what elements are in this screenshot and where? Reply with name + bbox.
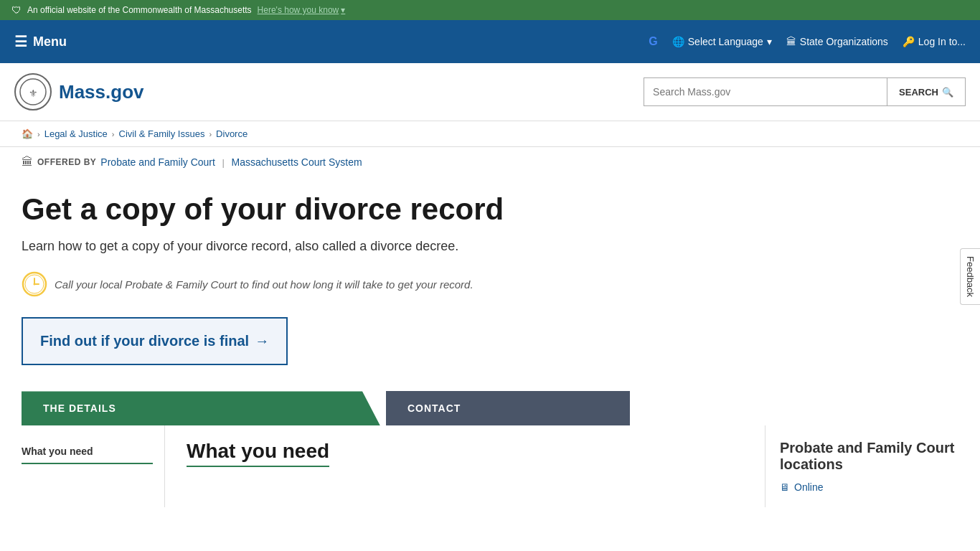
login-icon: 🔑 bbox=[903, 36, 915, 47]
time-notice: Call your local Probate & Family Court t… bbox=[22, 271, 958, 297]
building-icon: 🏛 bbox=[786, 36, 796, 47]
official-text: An official website of the Commonwealth … bbox=[27, 5, 252, 15]
search-input[interactable] bbox=[644, 77, 887, 106]
contact-panel: Probate and Family Court locations 🖥 Onl… bbox=[765, 425, 980, 507]
menu-button[interactable]: ☰ Menu bbox=[14, 33, 67, 50]
select-language-button[interactable]: 🌐 Select Language ▾ bbox=[672, 36, 772, 47]
state-organizations-button[interactable]: 🏛 State Organizations bbox=[786, 36, 888, 47]
offered-by-bar: 🏛 OFFERED BY Probate and Family Court | … bbox=[0, 147, 980, 177]
search-btn-label: SEARCH bbox=[899, 87, 938, 98]
building-sm-icon: 🏛 bbox=[22, 156, 33, 169]
breadcrumb-civil-family[interactable]: Civil & Family Issues bbox=[119, 128, 205, 139]
mass-court-system-link[interactable]: Massachusetts Court System bbox=[232, 156, 362, 168]
probate-court-link[interactable]: Probate and Family Court bbox=[100, 156, 215, 168]
left-panel: What you need bbox=[22, 425, 165, 507]
right-panel: What you need bbox=[165, 425, 765, 507]
arrow-icon: → bbox=[255, 333, 269, 349]
svg-point-6 bbox=[34, 283, 36, 286]
cta-label: Find out if your divorce is final bbox=[40, 333, 249, 349]
breadcrumb-home[interactable]: 🏠 bbox=[22, 128, 33, 139]
time-notice-text: Call your local Probate & Family Court t… bbox=[55, 278, 473, 291]
org-links: Probate and Family Court | Massachusetts… bbox=[100, 156, 362, 168]
clock-icon bbox=[22, 271, 47, 297]
site-header: ⚜ Mass.gov SEARCH 🔍 bbox=[0, 63, 980, 121]
main-content: Get a copy of your divorce record Learn … bbox=[0, 177, 980, 391]
hamburger-icon: ☰ bbox=[14, 33, 27, 50]
breadcrumb: 🏠 › Legal & Justice › Civil & Family Iss… bbox=[0, 121, 980, 147]
contact-online-link[interactable]: 🖥 Online bbox=[780, 481, 966, 493]
cta-box[interactable]: Find out if your divorce is final → bbox=[22, 317, 288, 365]
computer-icon: 🖥 bbox=[780, 481, 790, 493]
tabs-row: THE DETAILS CONTACT bbox=[0, 391, 980, 425]
google-translate-icon[interactable]: G bbox=[649, 35, 657, 48]
globe-icon: 🌐 bbox=[672, 36, 684, 47]
shield-icon: 🛡 bbox=[11, 4, 22, 16]
cta-link[interactable]: Find out if your divorce is final → bbox=[40, 333, 269, 349]
left-nav-what-you-need[interactable]: What you need bbox=[22, 440, 153, 464]
site-logo-text[interactable]: Mass.gov bbox=[59, 81, 144, 103]
tab-details[interactable]: THE DETAILS bbox=[22, 391, 380, 425]
chevron-down-icon: ▾ bbox=[341, 5, 345, 15]
search-area: SEARCH 🔍 bbox=[644, 77, 966, 106]
org-separator: | bbox=[222, 157, 225, 168]
search-icon: 🔍 bbox=[942, 87, 953, 98]
svg-text:⚜: ⚜ bbox=[29, 88, 38, 99]
breadcrumb-legal-justice[interactable]: Legal & Justice bbox=[44, 128, 108, 139]
offered-by-label: OFFERED BY bbox=[37, 157, 96, 167]
breadcrumb-current: Divorce bbox=[216, 128, 248, 139]
chevron-down-icon: ▾ bbox=[767, 36, 772, 47]
home-icon: 🏠 bbox=[22, 128, 33, 139]
mass-seal-icon: ⚜ bbox=[14, 73, 52, 110]
nav-right: G 🌐 Select Language ▾ 🏛 State Organizati… bbox=[649, 35, 966, 48]
page-subtitle: Learn how to get a copy of your divorce … bbox=[22, 239, 958, 254]
contact-section-title: Probate and Family Court locations bbox=[780, 440, 966, 473]
heres-how-link[interactable]: Here's how you know ▾ bbox=[258, 5, 346, 15]
menu-label: Menu bbox=[33, 34, 67, 50]
content-grid: What you need What you need Probate and … bbox=[0, 425, 980, 507]
nav-bar: ☰ Menu G 🌐 Select Language ▾ 🏛 State Org… bbox=[0, 20, 980, 63]
login-button[interactable]: 🔑 Log In to... bbox=[903, 36, 966, 47]
logo-area: ⚜ Mass.gov bbox=[14, 73, 144, 110]
top-banner: 🛡 An official website of the Commonwealt… bbox=[0, 0, 980, 20]
tab-contact[interactable]: CONTACT bbox=[386, 391, 630, 425]
search-button[interactable]: SEARCH 🔍 bbox=[887, 77, 966, 106]
breadcrumb-chevron: › bbox=[209, 130, 212, 138]
page-title: Get a copy of your divorce record bbox=[22, 192, 958, 227]
feedback-tab[interactable]: Feedback bbox=[960, 248, 980, 305]
breadcrumb-chevron: › bbox=[112, 130, 115, 138]
breadcrumb-chevron: › bbox=[37, 130, 40, 138]
section-title: What you need bbox=[187, 440, 329, 467]
